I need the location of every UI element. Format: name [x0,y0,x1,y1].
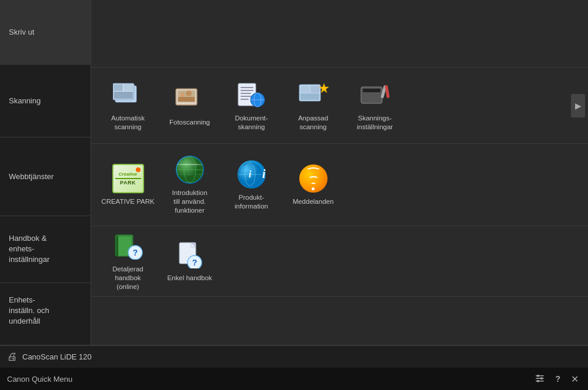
item-introduktion[interactable]: Introduktiontill använd.funktioner [159,152,220,218]
produkt-information-icon-box: i [235,159,268,190]
title-bar-buttons: ? ✕ [533,372,581,386]
automatisk-scanning-icon-box [112,80,145,110]
produkt-information-icon: i [238,160,266,189]
wifi-dot [312,187,315,190]
creative-park-icon-box: Creative PARK [112,163,145,194]
title-bar: Canon Quick Menu ? ✕ [0,368,588,390]
sidebar-item-skanning[interactable]: Skanning [0,65,91,137]
anpassad-scanning-icon-box [297,80,330,110]
meddelanden-icon [299,164,328,193]
sidebar-item-handbok[interactable]: Handbok &enhets-inställningar [0,216,91,284]
introduktion-icon-box [173,154,206,185]
fotoscanning-label: Fotoscanning [169,118,210,127]
svg-rect-14 [240,90,253,91]
item-skannings-installningar[interactable]: Skannings-inställningar [344,77,406,135]
dokument-skanning-icon [236,82,267,108]
svg-rect-13 [240,87,253,88]
wifi-arc-medium [308,176,319,181]
sidebar-item-webbtjanster[interactable]: Webbtjänster [0,137,91,216]
svg-rect-27 [363,89,380,92]
item-enkel-handbok[interactable]: ? Enkel handbok [159,237,220,285]
printer-icon: 🖨 [7,351,18,363]
svg-text:?: ? [192,258,197,267]
meddelanden-icon-box [297,163,330,194]
fotoscanning-icon [175,86,205,112]
detaljerad-handbok-icon: ? [113,233,143,260]
svg-text:i: i [249,169,252,179]
section-webbtjanster: Creative PARK CREATIVE PARK [91,144,588,226]
sidebar-label-skanning: Skanning [9,96,41,105]
section-skriv-ut [91,0,588,68]
enkel-handbok-label: Enkel handbok [167,274,212,283]
wifi-arc-large [306,167,321,175]
sidebar-item-skriv-ut[interactable]: Skriv ut [0,0,91,65]
meddelanden-label: Meddelanden [293,197,334,206]
wifi-arcs [306,167,321,190]
sidebar-label-webbtjanster: Webbtjänster [9,172,54,181]
section-enhets [91,297,588,345]
item-meddelanden[interactable]: Meddelanden [282,160,344,209]
introduktion-globe-icon [176,156,204,184]
main-content: Skriv ut Skanning Webbtjänster Handbok &… [0,0,588,345]
svg-point-56 [537,379,539,382]
creative-park-label: CREATIVE PARK [101,197,154,206]
svg-rect-42 [116,236,118,256]
info-globe-svg: i [238,160,262,189]
fotoscanning-icon-box [173,84,206,115]
item-detaljerad-handbok[interactable]: ? Detaljeradhandbok(online) [97,228,159,294]
svg-rect-24 [300,93,319,100]
sidebar-label-handbok: Handbok &enhets-inställningar [9,233,49,265]
section-handbok: ? Detaljeradhandbok(online) [91,226,588,297]
wifi-arc-small [310,183,316,186]
detaljerad-handbok-label: Detaljeradhandbok(online) [112,265,143,291]
svg-rect-10 [178,97,195,102]
detaljerad-handbok-icon-box: ? [112,231,145,261]
device-name: CanoScan LiDE 120 [22,352,92,361]
introduktion-label: Introduktiontill använd.funktioner [172,189,207,215]
help-button[interactable]: ? [553,373,563,385]
svg-rect-15 [240,93,251,94]
svg-text:?: ? [132,248,138,257]
svg-point-8 [180,92,185,97]
sidebar-item-enhets[interactable]: Enhets-inställn. ochunderhåll [0,283,91,345]
svg-rect-3 [123,85,133,91]
dokument-skanning-icon-box [235,80,268,110]
svg-rect-22 [300,86,310,93]
automatisk-scanning-label: Automatiskscanning [111,114,145,132]
svg-rect-2 [114,85,123,91]
item-dokument-skanning[interactable]: Dokument-skanning [220,77,282,135]
item-automatisk-scanning[interactable]: Automatiskscanning [97,77,159,135]
skannings-installningar-icon [360,82,390,108]
globe-svg [176,156,204,184]
item-creative-park[interactable]: Creative PARK CREATIVE PARK [97,160,159,209]
svg-rect-4 [114,92,133,99]
close-button[interactable]: ✕ [569,372,581,386]
scroll-right-button[interactable]: ▶ [571,94,585,117]
status-bar: 🖨 CanoScan LiDE 120 [0,345,588,368]
skannings-installningar-icon-box [359,80,392,110]
item-fotoscanning[interactable]: Fotoscanning [159,81,220,130]
section-skanning: Automatiskscanning Fotoscanning [91,68,588,144]
anpassad-scanning-icon [298,82,329,108]
app-title: Canon Quick Menu [7,375,72,384]
sidebar: Skriv ut Skanning Webbtjänster Handbok &… [0,0,91,345]
enkel-handbok-icon-box: ? [173,240,206,270]
automatisk-scanning-icon [113,82,143,108]
enkel-handbok-icon: ? [175,241,205,268]
sidebar-label-skriv-ut: Skriv ut [9,28,34,36]
skannings-installningar-label: Skannings-inställningar [357,114,393,132]
creative-park-icon: Creative PARK [112,164,144,193]
svg-point-9 [186,90,192,96]
sidebar-label-enhets: Enhets-inställn. ochunderhåll [9,295,49,327]
svg-point-52 [537,374,539,376]
produkt-information-label: Produkt-information [235,193,268,211]
svg-point-54 [540,377,543,379]
svg-rect-17 [240,99,249,100]
item-produkt-information[interactable]: i Produkt-information [220,156,282,214]
svg-rect-29 [385,85,390,98]
settings-button[interactable] [533,372,547,386]
anpassad-scanning-label: Anpassadscanning [298,114,328,132]
svg-rect-23 [310,86,319,93]
item-anpassad-scanning[interactable]: Anpassadscanning [282,77,344,135]
content-area: Automatiskscanning Fotoscanning [91,0,588,345]
